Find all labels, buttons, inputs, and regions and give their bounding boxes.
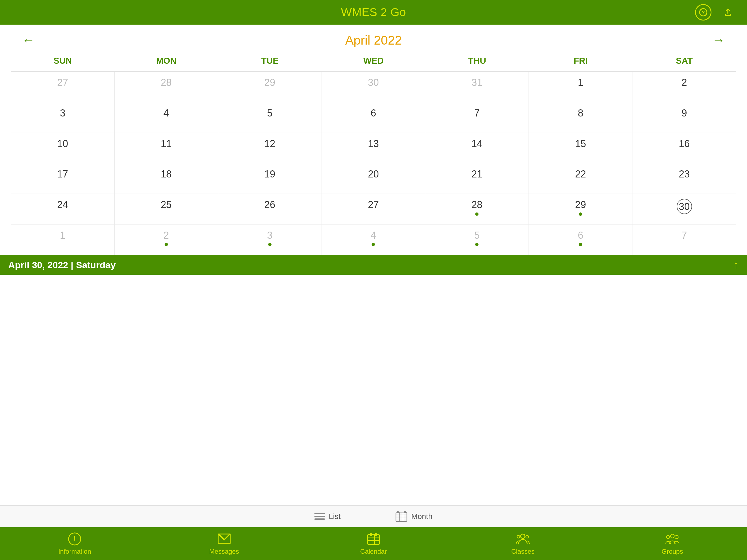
calendar-cell[interactable]: 4 (322, 225, 426, 255)
calendar-cell[interactable]: 29 (529, 194, 633, 225)
svg-rect-8 (404, 511, 406, 513)
next-month-button[interactable]: → (706, 34, 730, 47)
cell-date: 27 (57, 77, 68, 88)
calendar-cell[interactable]: 20 (322, 163, 426, 194)
cell-date: 28 (471, 199, 482, 210)
calendar-cell[interactable]: 29 (218, 72, 322, 102)
cell-date: 19 (264, 168, 275, 180)
help-button[interactable]: ? (695, 4, 712, 21)
share-button[interactable] (720, 4, 736, 21)
calendar-cell[interactable]: 31 (425, 72, 529, 102)
cell-date: 14 (471, 138, 482, 150)
calendar-cell[interactable]: 3 (218, 225, 322, 255)
prev-month-button[interactable]: ← (17, 34, 41, 47)
svg-point-20 (517, 535, 520, 538)
view-toggle-bar: List Month (0, 505, 747, 527)
collapse-button[interactable]: ↑ (733, 258, 739, 272)
calendar-cell[interactable]: 24 (11, 194, 114, 225)
calendar-cell[interactable]: 11 (114, 133, 218, 163)
calendar-cell[interactable]: 8 (529, 102, 633, 133)
calendar-cell[interactable]: 30 (633, 194, 736, 225)
cell-date: 1 (578, 77, 583, 88)
bottom-tab-bar: i Information Messages (0, 527, 747, 560)
cell-date: 29 (575, 199, 586, 210)
calendar-cell[interactable]: 3 (11, 102, 114, 133)
tab-groups[interactable]: Groups (598, 532, 747, 555)
calendar-cell[interactable]: 16 (633, 133, 736, 163)
calendar-cell[interactable]: 22 (529, 163, 633, 194)
calendar-cell[interactable]: 14 (425, 133, 529, 163)
cell-date: 16 (679, 138, 690, 150)
calendar-container: ← April 2022 → SUN MON TUE WED THU FRI S… (0, 25, 747, 255)
calendar-cell[interactable]: 27 (11, 72, 114, 102)
day-header-sat: SAT (633, 53, 736, 69)
calendar-cell[interactable]: 9 (633, 102, 736, 133)
event-dot (475, 243, 479, 246)
calendar-cell[interactable]: 28 (425, 194, 529, 225)
list-view-button[interactable]: List (314, 512, 341, 521)
tab-information[interactable]: i Information (0, 532, 149, 555)
cell-date: 4 (163, 107, 169, 119)
calendar-cell[interactable]: 26 (218, 194, 322, 225)
tab-messages-label: Messages (209, 548, 239, 555)
calendar-cell[interactable]: 7 (633, 225, 736, 255)
calendar-cell[interactable]: 5 (218, 102, 322, 133)
calendar-cell[interactable]: 4 (114, 102, 218, 133)
classes-icon (516, 532, 530, 546)
day-header-tue: TUE (218, 53, 322, 69)
svg-point-23 (670, 534, 674, 538)
calendar-cell[interactable]: 6 (322, 102, 426, 133)
svg-rect-18 (375, 533, 377, 536)
calendar-cell[interactable]: 23 (633, 163, 736, 194)
calendar-cell[interactable]: 7 (425, 102, 529, 133)
calendar-cell[interactable]: 2 (633, 72, 736, 102)
svg-point-21 (526, 535, 529, 538)
cell-date: 20 (368, 168, 379, 180)
svg-text:?: ? (702, 9, 705, 15)
event-dot (475, 212, 479, 216)
calendar-cell[interactable]: 1 (529, 72, 633, 102)
tab-groups-label: Groups (662, 548, 683, 555)
calendar-cell[interactable]: 6 (529, 225, 633, 255)
month-calendar-icon (395, 510, 407, 523)
cell-date: 17 (57, 168, 68, 180)
cell-date: 27 (368, 199, 379, 210)
svg-rect-7 (397, 511, 398, 513)
tab-calendar[interactable]: Calendar (299, 532, 448, 555)
event-dot (268, 243, 272, 246)
calendar-cell[interactable]: 13 (322, 133, 426, 163)
cell-date: 15 (575, 138, 586, 150)
cell-date: 7 (681, 229, 687, 241)
svg-point-22 (666, 535, 670, 539)
cell-date: 28 (161, 77, 172, 88)
calendar-cell[interactable]: 18 (114, 163, 218, 194)
calendar-cell[interactable]: 21 (425, 163, 529, 194)
calendar-cell[interactable]: 17 (11, 163, 114, 194)
share-icon (723, 8, 732, 17)
calendar-cell[interactable]: 2 (114, 225, 218, 255)
tab-messages[interactable]: Messages (149, 532, 299, 555)
svg-point-19 (521, 534, 525, 538)
calendar-cell[interactable]: 27 (322, 194, 426, 225)
tab-calendar-label: Calendar (360, 548, 387, 555)
calendar-cell[interactable]: 15 (529, 133, 633, 163)
calendar-cell[interactable]: 28 (114, 72, 218, 102)
calendar-cell[interactable]: 5 (425, 225, 529, 255)
day-header-wed: WED (322, 53, 426, 69)
cell-date: 26 (264, 199, 275, 210)
calendar-cell[interactable]: 19 (218, 163, 322, 194)
tab-classes[interactable]: Classes (448, 532, 597, 555)
calendar-cell[interactable]: 1 (11, 225, 114, 255)
cell-date: 2 (163, 229, 169, 241)
cell-date: 31 (471, 77, 482, 88)
calendar-icon (366, 532, 381, 546)
month-view-button[interactable]: Month (395, 510, 433, 523)
app-title: WMES 2 Go (341, 6, 406, 19)
calendar-cell[interactable]: 25 (114, 194, 218, 225)
calendar-cell[interactable]: 30 (322, 72, 426, 102)
calendar-cell[interactable]: 10 (11, 133, 114, 163)
month-view-label: Month (411, 512, 433, 521)
cell-date: 23 (679, 168, 690, 180)
cell-date: 6 (370, 107, 376, 119)
calendar-cell[interactable]: 12 (218, 133, 322, 163)
